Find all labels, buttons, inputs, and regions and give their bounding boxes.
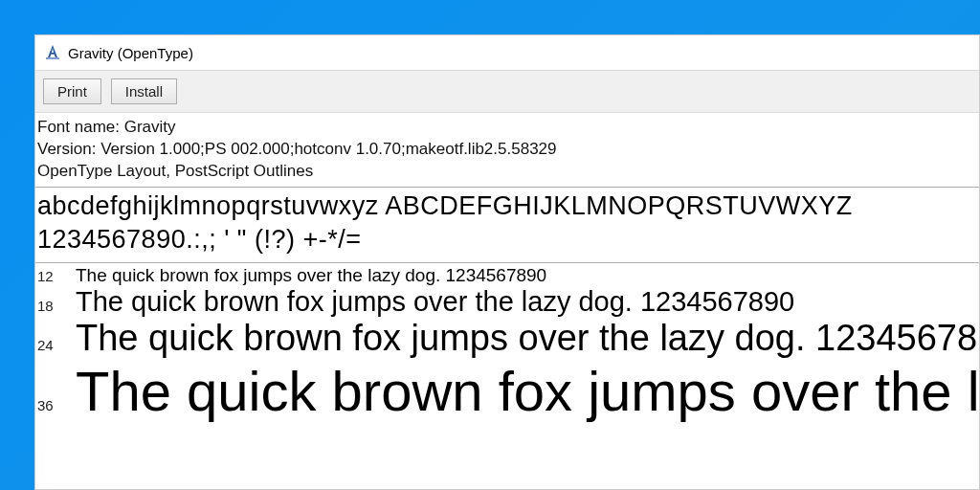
sample-size-label: 12	[37, 268, 62, 284]
sample-size-label: 36	[37, 397, 62, 413]
print-button[interactable]: Print	[43, 78, 101, 104]
sample-text: The quick brown fox jumps over the lazy …	[76, 286, 794, 318]
titlebar: Gravity (OpenType)	[35, 35, 979, 70]
sample-size-label: 18	[37, 298, 62, 314]
font-version-line: Version: Version 1.000;PS 002.000;hotcon…	[37, 139, 977, 161]
toolbar: Print Install	[35, 70, 979, 113]
glyph-preview: abcdefghijklmnopqrstuvwxyz ABCDEFGHIJKLM…	[35, 188, 979, 263]
font-format-line: OpenType Layout, PostScript Outlines	[37, 161, 977, 183]
sample-row: 24The quick brown fox jumps over the laz…	[37, 318, 977, 359]
glyph-line-symbols: 1234567890.:,; ' " (!?) +-*/=	[37, 223, 977, 256]
font-metadata: Font name: Gravity Version: Version 1.00…	[35, 113, 979, 188]
sample-row: 12The quick brown fox jumps over the laz…	[37, 265, 977, 286]
font-viewer-window: Gravity (OpenType) Print Install Font na…	[34, 34, 980, 490]
sample-size-label: 24	[37, 337, 62, 353]
sample-text-list: 12The quick brown fox jumps over the laz…	[35, 263, 979, 425]
sample-row: 18The quick brown fox jumps over the laz…	[37, 286, 977, 318]
sample-text: The quick brown fox jumps over the lazy …	[76, 265, 546, 286]
glyph-line-alpha: abcdefghijklmnopqrstuvwxyz ABCDEFGHIJKLM…	[37, 189, 977, 223]
sample-text: The quick brown fox jumps over the lazy …	[76, 359, 977, 423]
install-button[interactable]: Install	[111, 78, 177, 104]
sample-row: 36The quick brown fox jumps over the laz…	[37, 359, 977, 423]
font-name-line: Font name: Gravity	[37, 117, 977, 139]
sample-text: The quick brown fox jumps over the lazy …	[76, 318, 977, 359]
font-file-icon	[43, 43, 62, 62]
window-title: Gravity (OpenType)	[68, 45, 193, 61]
